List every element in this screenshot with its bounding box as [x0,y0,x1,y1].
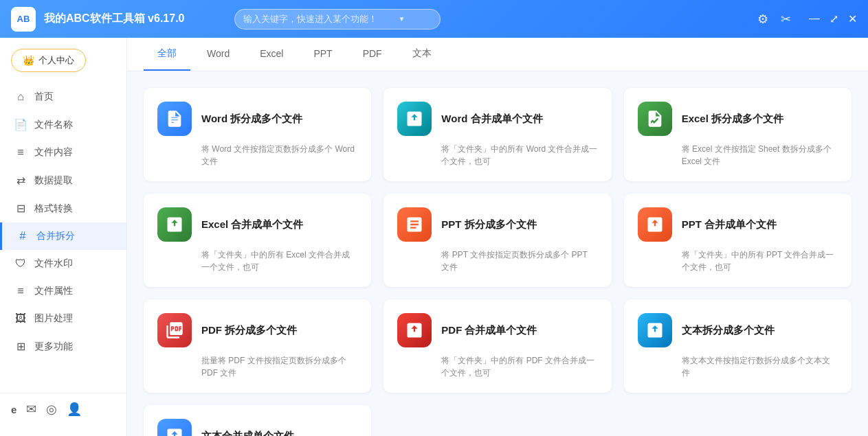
cards-grid: Word 拆分成多个文件 将 Word 文件按指定页数拆分成多个 Word 文件… [127,71,868,436]
card-ppt-merge[interactable]: PPT 合并成单个文件 将「文件夹」中的所有 PPT 文件合并成一个文件，也可 [624,194,852,287]
card-pdf-merge[interactable]: PDF 合并成单个文件 将「文件夹」中的所有 PDF 文件合并成一个文件，也可 [383,299,611,393]
ppt-split-title: PPT 拆分成多个文件 [441,218,536,231]
sidebar: 👑 个人中心 ⌂ 首页 📄 文件名称 ≡ 文件内容 ⇄ 数据提取 ⊟ 格式转换 … [0,38,127,436]
pdf-split-desc: 批量将 PDF 文件按指定页数拆分成多个 PDF 文件 [201,354,357,379]
tab-all[interactable]: 全部 [144,38,190,71]
card-text-merge[interactable]: 文本合并成单个文件 将「文件夹」中的所有文本文件合并成一个文件，也可 [144,405,371,436]
pdf-merge-icon [397,313,432,347]
card-ppt-split[interactable]: PPT 拆分成多个文件 将 PPT 文件按指定页数拆分成多个 PPT 文件 [383,194,611,287]
sidebar-label-watermark: 文件水印 [34,257,73,270]
image-icon: 🖼 [14,312,27,325]
sidebar-label-image: 图片处理 [34,312,73,325]
user-center-label: 个人中心 [38,54,74,67]
app-logo: AB [11,7,36,32]
watermark-icon: 🛡 [14,257,27,270]
card-header: 文本合并成单个文件 [157,419,357,436]
excel-split-title: Excel 拆分成多个文件 [682,113,783,126]
bottom-icon-user[interactable]: 👤 [67,402,82,417]
card-header: PDF 拆分成多个文件 [157,313,357,347]
word-split-title: Word 拆分成多个文件 [201,113,302,126]
sidebar-item-format[interactable]: ⊟ 格式转换 [0,194,126,222]
extract-icon: ⇄ [14,174,27,187]
card-header: PPT 拆分成多个文件 [397,207,597,242]
tab-excel[interactable]: Excel [246,38,297,70]
close-button[interactable]: ✕ [848,12,857,25]
text-merge-icon [157,419,192,436]
sidebar-item-more[interactable]: ⊞ 更多功能 [0,332,126,360]
sidebar-item-home[interactable]: ⌂ 首页 [0,83,126,111]
tab-text[interactable]: 文本 [399,38,445,71]
text-split-icon [638,313,672,347]
sidebar-item-watermark[interactable]: 🛡 文件水印 [0,250,126,277]
pdf-merge-title: PDF 合并成单个文件 [441,324,537,337]
content-area: 全部 Word Excel PPT PDF 文本 Word 拆分成多个文件 将 … [127,38,868,436]
main-layout: 👑 个人中心 ⌂ 首页 📄 文件名称 ≡ 文件内容 ⇄ 数据提取 ⊟ 格式转换 … [0,38,868,436]
sidebar-label-dataextract: 数据提取 [34,174,73,187]
search-input[interactable] [243,14,394,24]
more-icon: ⊞ [14,340,27,353]
restore-button[interactable]: ⤢ [830,12,838,25]
card-excel-split[interactable]: Excel 拆分成多个文件 将 Excel 文件按指定 Sheet 数拆分成多个… [624,88,852,181]
card-excel-merge[interactable]: Excel 合并成单个文件 将「文件夹」中的所有 Excel 文件合并成一个文件… [144,194,371,287]
ppt-merge-title: PPT 合并成单个文件 [682,218,777,231]
excel-split-icon [638,102,672,136]
text-split-desc: 将文本文件按指定行数拆分成多个文本文件 [682,354,838,379]
card-header: Excel 合并成单个文件 [157,207,357,242]
word-split-icon [157,102,192,136]
excel-split-desc: 将 Excel 文件按指定 Sheet 数拆分成多个 Excel 文件 [682,143,838,168]
tab-ppt[interactable]: PPT [300,38,346,70]
excel-merge-desc: 将「文件夹」中的所有 Excel 文件合并成一个文件，也可 [201,249,357,273]
sidebar-label-more: 更多功能 [34,341,73,353]
attr-icon: ≡ [14,285,27,297]
sidebar-item-filecontent[interactable]: ≡ 文件内容 [0,139,126,166]
text-split-title: 文本拆分成多个文件 [682,324,775,337]
card-word-split[interactable]: Word 拆分成多个文件 将 Word 文件按指定页数拆分成多个 Word 文件 [144,88,371,181]
ppt-merge-desc: 将「文件夹」中的所有 PPT 文件合并成一个文件，也可 [682,249,838,273]
word-merge-desc: 将「文件夹」中的所有 Word 文件合并成一个文件，也可 [441,143,597,168]
bottom-icon-e[interactable]: e [11,404,16,415]
tab-pdf[interactable]: PDF [349,38,396,70]
card-header: PDF 合并成单个文件 [397,313,597,347]
sidebar-bottom: e ✉ ◎ 👤 [0,393,126,425]
crown-icon: 👑 [23,55,34,66]
tab-word[interactable]: Word [193,38,243,70]
bottom-icon-circle[interactable]: ◎ [46,402,57,417]
sidebar-label-mergesplit: 合并拆分 [36,230,75,242]
sidebar-label-fileattr: 文件属性 [34,285,73,297]
sidebar-item-dataextract[interactable]: ⇄ 数据提取 [0,166,126,194]
card-header: Word 拆分成多个文件 [157,102,357,136]
sidebar-item-mergesplit[interactable]: # 合并拆分 [0,222,126,250]
minimize-button[interactable]: — [809,12,820,25]
home-icon: ⌂ [14,91,27,103]
pdf-split-title: PDF 拆分成多个文件 [201,324,297,337]
file-icon: 📄 [14,118,27,131]
pdf-split-icon [157,313,192,347]
sidebar-label-home: 首页 [34,91,54,103]
user-center-button[interactable]: 👑 个人中心 [11,49,86,72]
bottom-icon-mail[interactable]: ✉ [26,402,36,417]
word-split-desc: 将 Word 文件按指定页数拆分成多个 Word 文件 [201,143,357,168]
title-bar: AB 我的ABC软件工具箱 v6.17.0 ▼ ⚙ ✂ — ⤢ ✕ [0,0,868,38]
search-dropdown-icon: ▼ [399,15,405,23]
app-title: 我的ABC软件工具箱 v6.17.0 [44,12,185,26]
ppt-merge-icon [638,207,672,242]
format-icon: ⊟ [14,202,27,215]
ppt-split-icon [397,207,432,242]
sidebar-label-filename: 文件名称 [34,119,73,131]
search-box[interactable]: ▼ [234,9,441,30]
card-pdf-split[interactable]: PDF 拆分成多个文件 批量将 PDF 文件按指定页数拆分成多个 PDF 文件 [144,299,371,393]
word-merge-title: Word 合并成单个文件 [441,113,542,126]
sidebar-item-fileattr[interactable]: ≡ 文件属性 [0,277,126,305]
sidebar-item-filename[interactable]: 📄 文件名称 [0,111,126,139]
sidebar-item-image[interactable]: 🖼 图片处理 [0,305,126,332]
card-text-split[interactable]: 文本拆分成多个文件 将文本文件按指定行数拆分成多个文本文件 [624,299,852,393]
mergesplit-icon: # [16,230,30,242]
scissors-icon[interactable]: ✂ [781,12,791,27]
settings-icon[interactable]: ⚙ [757,12,768,27]
word-merge-icon [397,102,432,136]
text-merge-title: 文本合并成单个文件 [201,430,294,437]
ppt-split-desc: 将 PPT 文件按指定页数拆分成多个 PPT 文件 [441,249,597,273]
card-word-merge[interactable]: Word 合并成单个文件 将「文件夹」中的所有 Word 文件合并成一个文件，也… [383,88,611,181]
title-controls: ⚙ ✂ — ⤢ ✕ [757,12,857,27]
card-header: 文本拆分成多个文件 [638,313,838,347]
